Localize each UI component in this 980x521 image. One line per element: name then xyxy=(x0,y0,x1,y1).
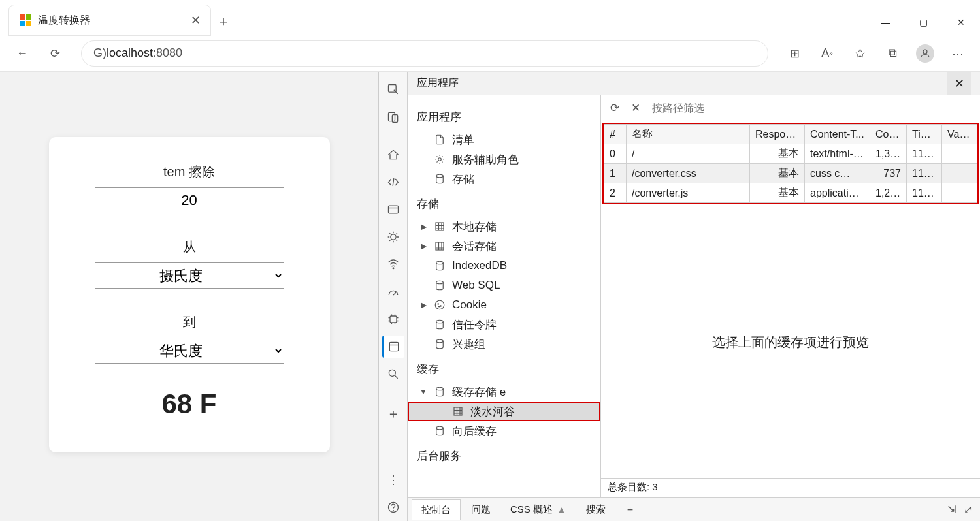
status-count: 3 xyxy=(652,481,657,492)
svg-rect-7 xyxy=(390,316,397,323)
col-response[interactable]: Respons... xyxy=(750,125,805,144)
cache-table[interactable]: # 名称 Respons... Content-T... Con... Tim.… xyxy=(604,124,977,203)
devtools-drawer: 控制台 问题 CSS 概述▲ 搜索 ＋ ⇲ ⤢ xyxy=(408,497,980,521)
sources-icon[interactable] xyxy=(382,198,404,221)
temperature-input[interactable] xyxy=(95,187,284,213)
tree-item-back-forward-cache[interactable]: 向后缓存 xyxy=(408,421,600,441)
tree-item-service-workers[interactable]: 服务辅助角色 xyxy=(408,150,600,169)
console-icon[interactable] xyxy=(382,171,404,193)
col-content-length[interactable]: Con... xyxy=(870,125,907,144)
svg-rect-4 xyxy=(388,206,398,213)
close-window-button[interactable]: ✕ xyxy=(942,9,980,35)
table-row[interactable]: 2/converter.js基本applicatio…1,28211/2... xyxy=(604,183,977,203)
drawer-icon-1[interactable]: ⇲ xyxy=(947,503,956,516)
drawer-icon-2[interactable]: ⤢ xyxy=(964,503,972,516)
detail-toolbar: ⟳ ✕ xyxy=(601,95,980,121)
svg-point-22 xyxy=(436,320,444,323)
tree-item-websql[interactable]: Web SQL xyxy=(408,276,600,295)
tree-section-app: 应用程序 xyxy=(408,102,600,130)
new-tab-button[interactable]: ＋ xyxy=(210,12,237,35)
tree-item-session-storage[interactable]: ▶会话存储 xyxy=(408,236,600,256)
status-label: 总条目数: xyxy=(608,481,649,492)
security-icon[interactable] xyxy=(382,363,404,385)
extensions-icon[interactable]: ⊞ xyxy=(781,40,808,67)
read-aloud-icon[interactable]: A» xyxy=(814,40,840,67)
svg-point-21 xyxy=(439,306,440,308)
svg-point-18 xyxy=(435,300,444,309)
status-bar: 总条目数: 3 xyxy=(601,478,980,497)
drawer-tab-search[interactable]: 搜索 xyxy=(577,499,615,520)
settings-menu-button[interactable]: ⋯ xyxy=(945,40,971,67)
inspect-icon[interactable] xyxy=(382,78,404,101)
tree-item-manifest[interactable]: 清单 xyxy=(408,130,600,150)
refresh-button[interactable]: ⟳ xyxy=(42,40,68,67)
device-icon[interactable] xyxy=(382,106,404,128)
browser-tab[interactable]: 温度转换器 ✕ xyxy=(9,5,210,35)
panel-title: 应用程序 xyxy=(417,76,459,90)
application-icon[interactable] xyxy=(382,336,404,358)
close-tab-icon[interactable]: ✕ xyxy=(191,13,200,27)
performance-icon[interactable] xyxy=(382,281,404,303)
tree-item-indexeddb[interactable]: IndexedDB xyxy=(408,256,600,276)
tree-item-interest-groups[interactable]: 兴趣组 xyxy=(408,334,600,354)
result-value: 68 F xyxy=(67,388,312,420)
favorites-icon[interactable]: ✩ xyxy=(847,40,873,67)
cache-table-area: # 名称 Respons... Content-T... Con... Tim.… xyxy=(602,123,979,204)
svg-point-9 xyxy=(389,370,395,376)
add-panel-icon[interactable]: ＋ xyxy=(382,402,404,424)
table-row[interactable]: 1/converter.css基本cuss c…73711/2... xyxy=(604,164,977,183)
tree-item-local-storage[interactable]: ▶本地存储 xyxy=(408,217,600,236)
drawer-add-tab[interactable]: ＋ xyxy=(616,499,644,520)
svg-point-5 xyxy=(390,234,395,240)
memory-icon[interactable] xyxy=(382,308,404,330)
tree-item-cookies[interactable]: ▶Cookie xyxy=(408,295,600,315)
profile-button[interactable] xyxy=(912,40,938,67)
tree-item-trust-tokens[interactable]: 信任令牌 xyxy=(408,315,600,334)
network-icon[interactable] xyxy=(382,253,404,276)
back-button[interactable]: ← xyxy=(9,40,35,67)
col-index[interactable]: # xyxy=(604,125,627,144)
tree-item-storage[interactable]: 存储 xyxy=(408,169,600,189)
close-devtools-button[interactable]: ✕ xyxy=(947,72,971,95)
svg-point-12 xyxy=(438,158,442,161)
svg-point-24 xyxy=(436,387,444,390)
clear-detail-icon[interactable]: ✕ xyxy=(629,101,643,115)
devtools: ＋ ⋮ 应用程序 ✕ 应用程序 清单 服务辅助角色 存储 存储 ▶本地存储 xyxy=(378,72,980,521)
collections-icon[interactable]: ⧉ xyxy=(879,40,906,67)
svg-rect-14 xyxy=(436,223,444,230)
from-select[interactable]: 摄氏度 xyxy=(95,262,284,289)
address-port: :8080 xyxy=(153,46,182,60)
path-filter-input[interactable] xyxy=(649,100,785,117)
elements-icon[interactable] xyxy=(382,144,404,166)
tree-item-cache-storage[interactable]: ▼缓存存储 e xyxy=(408,382,600,402)
browser-toolbar: ← ⟳ G) localhost :8080 ⊞ A» ✩ ⧉ ⋯ xyxy=(0,35,980,72)
to-label: 到 xyxy=(67,313,312,331)
preview-message: 选择上面的缓存项进行预览 xyxy=(601,206,980,478)
address-bar[interactable]: G) localhost :8080 xyxy=(81,40,768,67)
col-time[interactable]: Tim... xyxy=(907,125,942,144)
tree-item-cache-entry-selected[interactable]: 淡水河谷 xyxy=(408,402,600,421)
drawer-tab-issues[interactable]: 问题 xyxy=(462,499,500,520)
col-content-type[interactable]: Content-T... xyxy=(805,125,870,144)
more-tools-icon[interactable]: ⋮ xyxy=(382,469,404,491)
favicon-ms-logo xyxy=(20,14,31,26)
drawer-tab-console[interactable]: 控制台 xyxy=(412,499,461,520)
col-vary[interactable]: Vary... xyxy=(942,125,977,144)
svg-rect-8 xyxy=(389,342,398,351)
minimize-button[interactable]: — xyxy=(866,9,904,35)
to-select[interactable]: 华氏度 xyxy=(95,338,284,364)
help-icon[interactable] xyxy=(382,496,404,518)
svg-point-0 xyxy=(923,50,927,54)
maximize-button[interactable]: ▢ xyxy=(904,9,942,35)
svg-point-23 xyxy=(436,339,444,343)
debugger-icon[interactable] xyxy=(382,226,404,248)
drawer-tab-css-overview[interactable]: CSS 概述▲ xyxy=(501,499,576,520)
svg-point-20 xyxy=(440,306,442,307)
from-label: 从 xyxy=(67,238,312,256)
refresh-detail-icon[interactable]: ⟳ xyxy=(608,101,622,115)
col-name[interactable]: 名称 xyxy=(627,125,750,144)
svg-rect-15 xyxy=(436,242,444,250)
table-row[interactable]: 0/基本text/html- …1,39711/2... xyxy=(604,144,977,164)
application-tree[interactable]: 应用程序 清单 服务辅助角色 存储 存储 ▶本地存储 ▶会话存储 Indexed… xyxy=(408,95,601,497)
address-host: localhost xyxy=(106,46,153,60)
